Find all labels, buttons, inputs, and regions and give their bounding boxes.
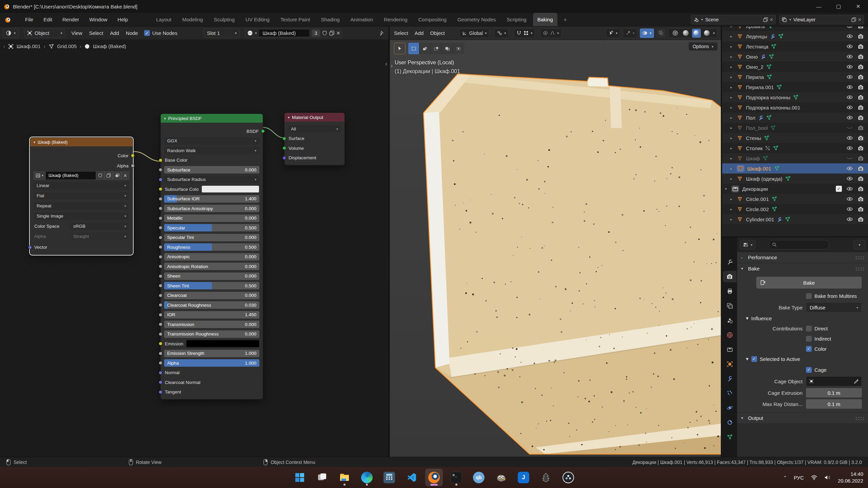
taskbar-app-blender[interactable] xyxy=(425,469,443,486)
transmission-roughness-input-socket[interactable] xyxy=(159,332,162,336)
xray-toggle[interactable] xyxy=(657,29,666,38)
bsdf-output-socket[interactable] xyxy=(261,129,265,133)
viewport-menu-object[interactable]: Object xyxy=(429,30,445,36)
menu-edit[interactable]: Edit xyxy=(43,17,52,22)
material-id-block[interactable]: ▾ Шкаф (Baked) 3 ✕ xyxy=(245,28,342,38)
alpha-input-socket[interactable] xyxy=(159,361,162,365)
outliner-row-лестница[interactable]: ▸ Лестница xyxy=(722,41,868,52)
selected-to-active-checkbox[interactable]: ✓ xyxy=(751,356,757,362)
close-button[interactable]: ✕ xyxy=(848,0,868,13)
properties-world-tab[interactable] xyxy=(723,329,736,341)
outliner-row-окно[interactable]: ▸ Окно xyxy=(722,52,868,62)
expand-arrow-icon[interactable]: ▸ xyxy=(730,197,734,201)
outliner-row-cylinder-001[interactable]: ▸ Cylinder.001 xyxy=(722,214,868,224)
outliner-row-шкаф-одежда-[interactable]: ▸ Шкаф (одежда) xyxy=(722,174,868,184)
outliner-row-circle-001[interactable]: ▸ Circle.001 xyxy=(722,194,868,204)
taskbar-app-terminal[interactable]: >_ xyxy=(448,469,465,486)
workspace-tab-rendering[interactable]: Rendering xyxy=(379,13,412,26)
outliner-row-пол[interactable]: ▸ Пол xyxy=(722,113,868,123)
slot-dropdown[interactable]: Slot 1 ▾ xyxy=(204,28,240,38)
proportional-editing-controls[interactable]: ▾ xyxy=(540,28,561,38)
properties-physics-tab[interactable] xyxy=(723,402,736,413)
menu-file[interactable]: File xyxy=(25,17,33,22)
snapping-controls[interactable]: ▾ xyxy=(514,28,535,38)
workspace-tab-layout[interactable]: Layout xyxy=(152,13,176,26)
workspace-tab-sculpting[interactable]: Sculpting xyxy=(209,13,239,26)
viewport-3d[interactable]: Select Add Object Global ▾ ▾ ▾ ▾ ▾ xyxy=(390,26,722,457)
bake-panel[interactable]: ▾Bake Bake Bake from Multires Bake Type xyxy=(737,263,868,412)
taskbar-app-qbittorrent[interactable]: qb xyxy=(470,469,488,486)
shading-rendered-button[interactable] xyxy=(703,29,711,38)
expand-arrow-icon[interactable]: ▸ xyxy=(730,126,734,130)
taskbar-app-joplin[interactable]: J xyxy=(515,469,532,486)
workspace-tab-baking[interactable]: Baking xyxy=(533,13,557,26)
image-dropdown-flat[interactable]: Flat▾ xyxy=(34,192,129,200)
taskbar-app-file-explorer[interactable] xyxy=(336,469,353,486)
cage-object-field[interactable] xyxy=(806,376,862,386)
baked-cabinet-model[interactable] xyxy=(390,26,722,457)
image-texture-node[interactable]: ▾Шкаф (Baked) ColorAlpha ▾ Шкаф (Baked) … xyxy=(30,137,133,255)
metallic-slider[interactable]: Metallic0.000 xyxy=(164,215,259,222)
sheen-tint-input-socket[interactable] xyxy=(159,284,162,288)
subsurface-colo-input-socket[interactable] xyxy=(159,187,162,191)
workspace-tab-scripting[interactable]: Scripting xyxy=(502,13,531,26)
influence-subpanel-header[interactable]: ▾Influence xyxy=(737,313,868,323)
subsurface-ior-slider[interactable]: Subsurface IOR1.400 xyxy=(164,195,259,203)
taskbar-app-gimp[interactable] xyxy=(492,469,510,486)
outliner-row-подпорка-колонны-001[interactable]: ▸ Подпорка колонны.001 xyxy=(722,102,868,113)
selected-to-active-subpanel-header[interactable]: ▾ ✓ Selected to Active xyxy=(737,354,868,364)
properties-data-tab[interactable] xyxy=(723,431,736,443)
specular-input-socket[interactable] xyxy=(159,226,162,230)
minimize-button[interactable]: — xyxy=(809,0,829,13)
image-name-field[interactable]: Шкаф (Baked) xyxy=(45,171,96,180)
menu-render[interactable]: Render xyxy=(62,17,79,22)
properties-object-tab[interactable] xyxy=(723,358,736,370)
wifi-icon[interactable] xyxy=(811,475,817,480)
clearcoat-roughness-input-socket[interactable] xyxy=(159,303,162,307)
unlink-image-icon[interactable]: ✕ xyxy=(121,171,129,180)
drag-dots-icon[interactable] xyxy=(855,256,864,259)
transmission-slider[interactable]: Transmission0.000 xyxy=(164,321,259,328)
shader-type-dropdown[interactable]: Object ▾ xyxy=(24,28,65,38)
gizmos-dropdown[interactable]: ▾ xyxy=(623,28,637,38)
editor-type-button[interactable]: ▾ xyxy=(740,240,755,249)
subsurface-ior-input-socket[interactable] xyxy=(159,197,162,201)
specular-tint-slider[interactable]: Specular Tint0.000 xyxy=(164,234,259,241)
clearcoat-slider[interactable]: Clearcoat0.000 xyxy=(164,292,259,299)
taskbar-app-edge[interactable] xyxy=(358,469,376,486)
drag-dots-icon[interactable] xyxy=(855,267,864,270)
max-ray-distance-value[interactable]: 0.1 m xyxy=(806,399,862,409)
outliner-row-декорации[interactable]: ▾ Декорации ✓ xyxy=(722,184,868,194)
outliner-row-окно_2[interactable]: ▸ Окно_2 xyxy=(722,62,868,72)
shading-solid-button[interactable] xyxy=(682,29,690,38)
output-target-dropdown[interactable]: All▾ xyxy=(288,125,341,133)
clearcoat-input-socket[interactable] xyxy=(159,293,162,297)
breadcrumb-material[interactable]: Шкаф (Baked) xyxy=(93,43,126,49)
pin-icon[interactable] xyxy=(378,30,384,36)
subsurface-colo-color-swatch[interactable] xyxy=(201,185,259,193)
expand-arrow-icon[interactable]: ▸ xyxy=(730,26,734,28)
expand-arrow-icon[interactable]: ▾ xyxy=(725,187,729,191)
image-browse-button[interactable]: ▾ xyxy=(34,171,45,180)
fake-user-shield-icon[interactable] xyxy=(322,30,327,36)
emission-color-swatch[interactable] xyxy=(186,340,259,347)
shading-material-preview-button[interactable] xyxy=(692,29,701,38)
outliner-row-подпорка-колонны[interactable]: ▸ Подпорка колонны xyxy=(722,92,868,102)
emission-strength-input-socket[interactable] xyxy=(159,351,162,355)
color-output-socket[interactable] xyxy=(131,154,135,158)
outliner-row-перила-001[interactable]: ▸ Перила.001 xyxy=(722,82,868,92)
menu-help[interactable]: Help xyxy=(118,17,128,22)
taskbar-app-inkscape[interactable] xyxy=(537,469,555,486)
clearcoat-normal-input-socket[interactable] xyxy=(159,381,162,384)
base-color-input-socket[interactable] xyxy=(159,158,162,162)
taskbar-app-task-view[interactable] xyxy=(313,469,331,486)
show-object-types-dropdown[interactable]: ▾ xyxy=(606,28,620,38)
roughness-input-socket[interactable] xyxy=(159,245,162,249)
cage-extrusion-value[interactable]: 0.1 m xyxy=(806,388,862,398)
expand-arrow-icon[interactable]: ▸ xyxy=(730,217,734,222)
properties-render-tab[interactable] xyxy=(723,271,736,282)
scene-selector[interactable]: ▾ Scene ✕ xyxy=(691,15,776,24)
workspace-tab-compositing[interactable]: Compositing xyxy=(414,13,451,26)
alpha-output-socket[interactable] xyxy=(131,164,135,168)
expand-arrow-icon[interactable]: ▸ xyxy=(730,156,734,161)
